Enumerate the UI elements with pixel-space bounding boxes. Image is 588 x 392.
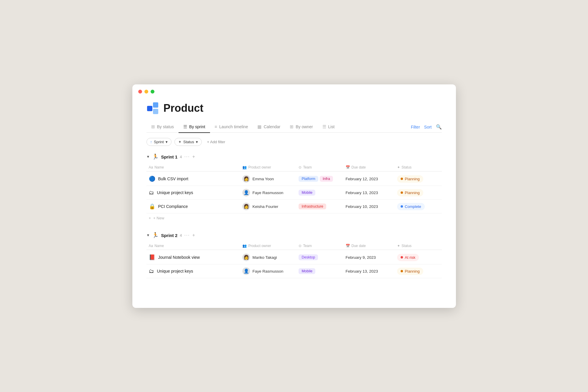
infrastructure-badge: Infrastructure: [299, 203, 326, 209]
filter-action[interactable]: Filter: [411, 125, 420, 129]
row-2-team: Mobile: [299, 190, 345, 196]
sprint-1-add[interactable]: +: [192, 154, 195, 159]
col-team: ⊙ Team: [299, 165, 345, 169]
atrisk-dot: [401, 256, 403, 258]
team-col-icon-s2: ⊙: [299, 244, 302, 248]
row-4-date: February 9, 2023: [346, 255, 397, 260]
close-button[interactable]: [138, 90, 142, 94]
date-col-icon-s2: 📅: [346, 244, 350, 248]
by-owner-icon: ⊞: [290, 124, 294, 129]
col-product-owner-s2: 👥 Product owner: [242, 244, 299, 248]
infra-badge: Infra: [320, 176, 333, 182]
sprint-2-add[interactable]: +: [192, 233, 195, 238]
mariko-avatar: 👩: [242, 253, 250, 261]
row-3-owner: 👩 Keisha Fourier: [242, 203, 299, 210]
row-5-team: Mobile: [299, 268, 345, 274]
search-action[interactable]: 🔍: [436, 124, 442, 130]
faye-avatar-2: 👤: [242, 267, 250, 275]
row-1-status: Planning: [397, 175, 439, 183]
emma-avatar: 👩: [242, 175, 250, 183]
col-due-date: 📅 Due date: [346, 165, 397, 169]
sprint-2-run-icon: 🏃: [152, 232, 159, 238]
calendar-icon: ▦: [257, 124, 261, 129]
tab-by-owner[interactable]: ⊞ By owner: [285, 122, 317, 133]
tab-list[interactable]: ☰ List: [318, 122, 339, 133]
desktop-badge: Desktop: [299, 254, 318, 260]
main-content: Product ⊞ By status ☰ By sprint ≡ Launch…: [132, 94, 456, 296]
col-status-s2: ✦ Status: [397, 244, 439, 248]
status-col-icon-s2: ✦: [397, 244, 400, 248]
row-2-status: Planning: [397, 189, 439, 196]
sprint-2-menu[interactable]: ···: [184, 233, 190, 238]
row-5-name: 🗂 Unique project keys: [149, 268, 243, 274]
owner-col-icon-s2: 👥: [242, 244, 247, 248]
row-2-name: 🗂 Unique project keys: [149, 190, 243, 196]
add-filter-button[interactable]: + Add filter: [205, 138, 228, 146]
sprint-2-table-header: Aa Name 👥 Product owner ⊙ Team 📅 Due dat…: [146, 243, 442, 250]
sprint-2-name: Sprint 2: [161, 233, 177, 238]
by-status-icon: ⊞: [151, 124, 155, 129]
maximize-button[interactable]: [151, 90, 154, 94]
row-4-owner: 👩 Mariko Takagi: [242, 253, 299, 261]
tab-calendar[interactable]: ▦ Calendar: [253, 122, 285, 133]
app-window: Product ⊞ By status ☰ By sprint ≡ Launch…: [132, 84, 456, 308]
planning-dot: [401, 178, 403, 180]
project-keys-icon: 🗂: [149, 190, 154, 196]
row-4-status: At risk: [397, 254, 439, 261]
status-filter-icon: ✦: [178, 140, 181, 144]
sprint-2-header: ▼ 🏃 Sprint 2 4 ··· +: [146, 231, 442, 240]
svg-rect-0: [147, 106, 152, 111]
status-filter-chip[interactable]: ✦ Status ▾: [174, 138, 202, 146]
sprint-2-chevron[interactable]: ▼: [146, 233, 150, 237]
sprint-1-header: ▼ 🏃 Sprint 1 4 ··· +: [146, 152, 442, 161]
planning-badge-3: Planning: [397, 268, 423, 275]
project-keys-icon-2: 🗂: [149, 268, 154, 274]
table-row[interactable]: 🗂 Unique project keys 👤 Faye Rasmusson M…: [146, 264, 442, 278]
list-icon: ☰: [322, 124, 326, 129]
owner-col-icon: 👥: [242, 165, 247, 169]
sprint-filter-chip[interactable]: ↑ Sprint ▾: [146, 138, 171, 146]
launch-timeline-icon: ≡: [215, 124, 217, 129]
sprint-1-chevron[interactable]: ▼: [146, 155, 150, 159]
col-name-prefix-s2: Aa: [149, 244, 153, 248]
row-1-team: Platform Infra: [299, 176, 345, 182]
platform-badge: Platform: [299, 176, 318, 182]
row-2-date: February 13, 2023: [346, 191, 397, 195]
row-1-owner: 👩 Emma Yoon: [242, 175, 299, 183]
table-row[interactable]: 🔒 PCI Compliance 👩 Keisha Fourier Infras…: [146, 200, 442, 213]
table-row[interactable]: 📕 Journal Notebook view 👩 Mariko Takagi …: [146, 251, 442, 264]
table-row[interactable]: 🔵 Bulk CSV import 👩 Emma Yoon Platform I…: [146, 172, 442, 186]
page-title: Product: [164, 102, 204, 114]
svg-rect-2: [153, 109, 158, 114]
row-2-owner: 👤 Faye Rasmusson: [242, 189, 299, 196]
sprint-1-new-row[interactable]: + + New: [146, 213, 442, 223]
sprint-1-run-icon: 🏃: [152, 154, 159, 160]
planning-dot-3: [401, 270, 403, 272]
tab-bar: ⊞ By status ☰ By sprint ≡ Launch timelin…: [146, 122, 442, 133]
sprint-2-count: 4: [180, 233, 182, 238]
col-product-owner: 👥 Product owner: [242, 165, 299, 169]
col-name: Aa Name: [149, 165, 243, 169]
planning-badge: Planning: [397, 175, 423, 183]
col-status: ✦ Status: [397, 165, 439, 169]
mobile-badge-2: Mobile: [299, 268, 315, 274]
sprint-1-menu[interactable]: ···: [184, 154, 190, 159]
row-3-team: Infrastructure: [299, 203, 345, 209]
tab-by-status[interactable]: ⊞ By status: [146, 122, 179, 133]
col-team-s2: ⊙ Team: [299, 244, 345, 248]
faye-avatar: 👤: [242, 189, 250, 196]
tab-by-sprint[interactable]: ☰ By sprint: [179, 122, 210, 133]
minimize-button[interactable]: [144, 90, 148, 94]
sort-action[interactable]: Sort: [424, 125, 432, 129]
svg-rect-1: [153, 102, 158, 108]
product-icon: [146, 102, 159, 115]
row-1-name: 🔵 Bulk CSV import: [149, 176, 243, 182]
compliance-icon: 🔒: [149, 203, 155, 210]
tab-launch-timeline[interactable]: ≡ Launch timeline: [210, 122, 253, 133]
table-row[interactable]: 🗂 Unique project keys 👤 Faye Rasmusson M…: [146, 186, 442, 200]
planning-dot-2: [401, 191, 403, 194]
planning-badge-2: Planning: [397, 189, 423, 196]
col-name-s2: Aa Name: [149, 244, 243, 248]
team-col-icon: ⊙: [299, 165, 302, 169]
complete-badge: Complete: [397, 203, 425, 210]
